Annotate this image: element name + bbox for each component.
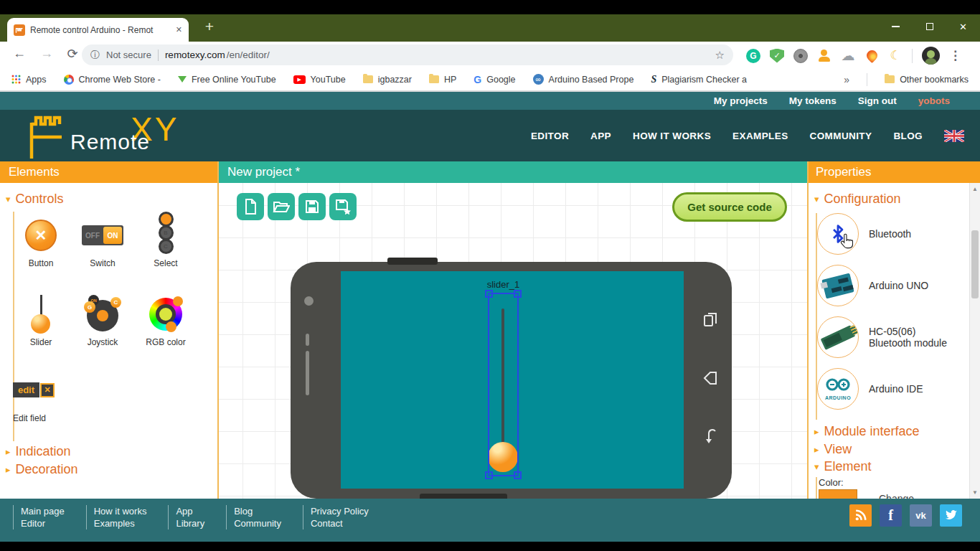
nav-blog[interactable]: BLOG [893,131,923,141]
footer-link-main-page[interactable]: Main page [21,505,65,517]
element-section-header[interactable]: ▾ Element [814,459,872,474]
uk-flag-language-icon[interactable] [944,130,964,142]
my-tokens-link[interactable]: My tokens [789,95,837,106]
element-slider[interactable]: Slider [13,293,69,347]
bookmark-arduino-based[interactable]: ∞Arduino Based Prope [533,74,634,85]
controls-section-header[interactable]: ▾ Controls [6,192,64,207]
bookmarks-overflow-chevron[interactable]: » [844,74,849,85]
element-rgb-color[interactable]: RGB color [138,293,194,347]
bookmark-star-icon[interactable]: ☆ [715,49,725,62]
decoration-section-header[interactable]: ▸ Decoration [6,462,78,477]
element-color-swatch[interactable] [819,489,857,499]
get-source-code-button[interactable]: Get source code [672,192,787,222]
selection-box[interactable] [488,293,519,476]
new-project-button[interactable] [237,193,264,220]
footer-link-app[interactable]: App [176,505,204,517]
footer-link-contact[interactable]: Contact [311,517,369,529]
browser-tab[interactable]: Remote control Arduino - Remot ✕ [7,18,189,42]
arduino-uno-board-icon [817,265,859,306]
tab-close-icon[interactable]: ✕ [176,25,182,34]
window-minimize-button[interactable] [879,14,913,39]
other-bookmarks[interactable]: Other bookmarks [885,75,969,85]
element-button[interactable]: ✕ Button [13,215,69,268]
grammarly-extension-icon[interactable]: G [746,49,760,63]
bookmark-igbazzar[interactable]: igbazzar [363,75,412,85]
nav-examples[interactable]: EXAMPLES [732,131,788,141]
resize-handle-nw[interactable] [485,290,493,298]
editor-canvas[interactable]: Get source code slider_1 [219,183,807,499]
remotexy-logo[interactable]: XY Remote [24,114,70,159]
username-link[interactable]: yobots [918,95,950,106]
triangle-right-icon: ▸ [814,444,819,455]
element-edit-field[interactable]: edit ✕ Edit field [13,382,92,423]
bookmark-chrome-web-store[interactable]: Chrome Web Store - [64,75,161,85]
nav-community[interactable]: COMMUNITY [810,131,872,141]
scroll-down-icon[interactable]: ▼ [970,489,980,496]
slider-element-icon [30,295,52,334]
twitter-icon[interactable] [940,504,962,527]
config-bluetooth[interactable]: Bluetooth [817,213,911,255]
info-icon[interactable]: ⓘ [90,49,100,62]
nav-app[interactable]: APP [590,131,611,141]
profile-avatar[interactable] [922,47,940,65]
resize-handle-ne[interactable] [514,290,522,298]
google-g-icon: G [473,74,481,85]
refresh-icon[interactable]: ⟳ [63,46,82,62]
footer-link-blog[interactable]: Blog [234,505,281,517]
moon-extension-icon[interactable]: ☾ [888,49,903,63]
footer-link-editor[interactable]: Editor [21,517,65,529]
scrollbar-thumb[interactable] [971,230,979,298]
chrome-menu-icon[interactable]: ⋮ [949,48,961,63]
save-as-project-button[interactable] [329,193,357,220]
config-arduino-ide[interactable]: ARDUINO Arduino IDE [817,368,923,410]
forward-icon[interactable]: → [37,46,56,61]
element-switch[interactable]: OFF ON Switch [75,215,131,268]
properties-scrollbar[interactable]: ▲ ▼ [969,183,980,499]
footer-link-library[interactable]: Library [176,517,204,529]
resize-handle-sw[interactable] [485,471,493,479]
config-hc05-module[interactable]: HC-05(06) Bluetooth module [817,316,947,358]
properties-panel: Properties ▲ ▼ ▾ Configuration Bluetooth… [807,161,980,499]
apps-shortcut[interactable]: Apps [11,75,47,85]
save-project-button[interactable] [298,193,326,220]
facebook-icon[interactable]: f [880,504,902,527]
configuration-section-header[interactable]: ▾ Configuration [814,192,901,207]
element-joystick[interactable]: ON G C Joystick [75,293,131,347]
indication-section-header[interactable]: ▸ Indication [6,444,71,459]
window-close-button[interactable]: ✕ [946,14,980,39]
vk-icon[interactable]: vk [910,504,932,527]
config-arduino-uno[interactable]: Arduino UNO [817,265,928,306]
resize-handle-se[interactable] [514,471,522,479]
film-reel-extension-icon[interactable] [793,49,808,63]
triangle-down-icon: ▾ [814,461,819,472]
back-icon[interactable]: ← [10,46,29,61]
person-extension-icon[interactable] [817,49,831,63]
nav-how-it-works[interactable]: HOW IT WORKS [633,131,711,141]
view-section-header[interactable]: ▸ View [814,442,852,457]
adguard-extension-icon[interactable]: ✓ [770,49,784,63]
rss-icon[interactable] [849,504,872,527]
bookmark-youtube[interactable]: ▶YouTube [293,75,346,85]
bookmark-google[interactable]: GGoogle [473,74,515,85]
footer-link-community[interactable]: Community [234,517,281,529]
module-interface-section-header[interactable]: ▸ Module interface [814,424,920,439]
my-projects-link[interactable]: My projects [714,95,768,106]
hola-flame-extension-icon[interactable] [864,48,879,63]
open-project-button[interactable] [268,193,295,220]
element-select[interactable]: B C Select [138,209,194,268]
scroll-up-icon[interactable]: ▲ [970,186,980,192]
bookmark-hp[interactable]: HP [429,75,456,85]
footer-link-how-it-works[interactable]: How it works [94,505,147,517]
url-field[interactable]: ⓘ Not secure remotexy.com /en/editor/ ☆ [82,44,733,65]
color-change-link[interactable]: Change [879,493,914,499]
new-tab-button[interactable]: + [200,18,219,35]
window-maximize-button[interactable] [913,14,946,39]
bookmark-free-online-youtube[interactable]: Free Online YouTube [178,75,276,85]
nav-editor[interactable]: EDITOR [531,131,569,141]
cloud-extension-icon[interactable]: ☁ [841,49,855,63]
bookmark-plagiarism-checker[interactable]: SPlagiarism Checker a [651,74,747,85]
footer-link-examples[interactable]: Examples [94,517,147,529]
footer-link-privacy-policy[interactable]: Privacy Policy [311,505,369,517]
phone-screen[interactable]: slider_1 [341,271,684,489]
sign-out-link[interactable]: Sign out [858,95,897,106]
